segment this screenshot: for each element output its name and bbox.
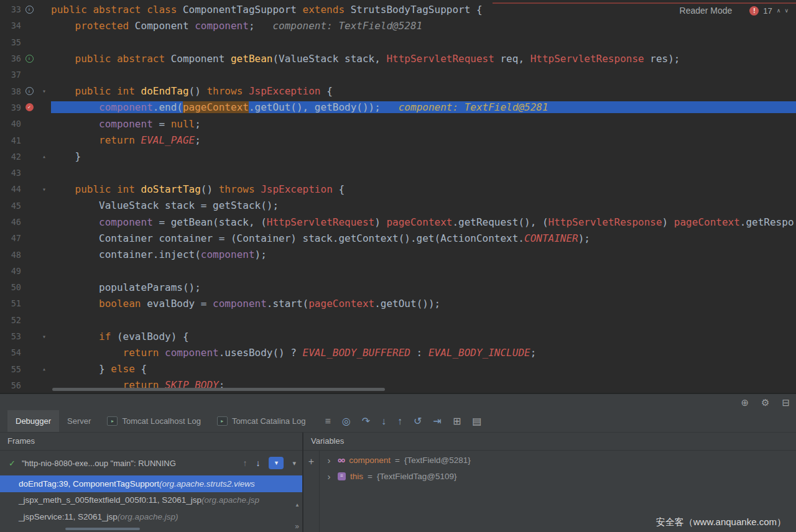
hide-panel-icon[interactable]: ⊟ bbox=[782, 398, 790, 407]
run-to-cursor-icon[interactable]: ⇥ bbox=[433, 416, 442, 426]
code-line[interactable]: 48 container.inject(component); bbox=[0, 246, 796, 262]
token: () bbox=[201, 183, 219, 195]
code-line[interactable]: 38↓▾ public int doEndTag() throws JspExc… bbox=[0, 83, 796, 99]
code-line[interactable]: 40 component = null; bbox=[0, 116, 796, 132]
code-line[interactable]: 36↓ public abstract Component getBean(Va… bbox=[0, 50, 796, 66]
hide-frames-filter-icon[interactable]: ▼ bbox=[269, 457, 284, 469]
code-line[interactable]: 53▾ if (evalBody) { bbox=[0, 328, 796, 344]
show-execution-point-icon[interactable]: ◎ bbox=[342, 416, 351, 426]
restore-layout-icon[interactable]: ≡ bbox=[325, 416, 330, 426]
code-text[interactable]: return EVAL_PAGE; bbox=[51, 134, 796, 146]
code-line[interactable]: 54 return component.usesBody() ? EVAL_BO… bbox=[0, 344, 796, 360]
thread-selector[interactable]: ✓ "http-nio-8080-exe...oup "main": RUNNI… bbox=[0, 451, 302, 475]
line-number: 33 bbox=[0, 4, 21, 14]
code-text[interactable]: public abstract Component getBean(ValueS… bbox=[51, 53, 796, 65]
code-text[interactable]: Container container = (Container) stack.… bbox=[51, 232, 796, 244]
code-text[interactable]: } bbox=[51, 150, 796, 162]
code-text[interactable]: component.end(pageContext.getOut(), getB… bbox=[51, 101, 796, 113]
previous-frame-icon[interactable]: ↑ bbox=[243, 458, 247, 468]
fold-marker-icon[interactable]: ▾ bbox=[37, 186, 51, 193]
error-widget[interactable]: ! 17 ∧ ∨ bbox=[749, 6, 789, 16]
code-line[interactable]: 49 bbox=[0, 263, 796, 279]
code-text[interactable]: public int doEndTag() throws JspExceptio… bbox=[51, 85, 796, 97]
overridden-marker-icon[interactable]: ↓ bbox=[25, 6, 34, 14]
expand-chevron-icon[interactable]: › bbox=[325, 456, 333, 465]
next-frame-icon[interactable]: ↓ bbox=[256, 458, 260, 468]
step-into-icon[interactable]: ↓ bbox=[381, 416, 386, 426]
code-text[interactable]: boolean evalBody = component.start(pageC… bbox=[51, 298, 796, 310]
settings-gear-icon[interactable]: ⚙ bbox=[761, 398, 769, 407]
expand-chevron-icon[interactable]: › bbox=[325, 472, 333, 481]
tab-tomcat-catalina-log[interactable]: ▸Tomcat Catalina Log bbox=[209, 410, 314, 432]
line-number: 47 bbox=[0, 233, 21, 243]
code-text[interactable]: ValueStack stack = getStack(); bbox=[51, 200, 796, 211]
step-out-icon[interactable]: ↑ bbox=[397, 416, 402, 426]
error-nav[interactable]: ∧ ∨ bbox=[777, 7, 789, 14]
code-line[interactable]: 46 component = getBean(stack, (HttpServl… bbox=[0, 214, 796, 230]
token: .start( bbox=[267, 298, 308, 310]
code-line[interactable]: 39✓ component.end(pageContext.getOut(), … bbox=[0, 99, 796, 116]
variable-row[interactable]: ›≡this = {TextFieldTag@5109} bbox=[320, 468, 796, 484]
frame-row[interactable]: _jspx_meth_s_005ftextfield_005f0:11, S20… bbox=[0, 492, 302, 509]
code-text[interactable]: protected Component component; component… bbox=[51, 20, 796, 32]
screencast-icon[interactable]: ⊕ bbox=[741, 398, 749, 407]
fold-marker-icon[interactable]: ▾ bbox=[37, 88, 51, 94]
add-watch-button[interactable]: + bbox=[308, 457, 314, 467]
variable-name[interactable]: component bbox=[349, 456, 391, 465]
reader-mode-button[interactable]: Reader Mode bbox=[680, 6, 733, 16]
code-text[interactable]: public int doStartTag() throws JspExcept… bbox=[51, 183, 796, 195]
editor-horizontal-scrollbar[interactable] bbox=[52, 388, 385, 391]
layout-settings-icon[interactable]: ▤ bbox=[472, 416, 481, 426]
step-over-icon[interactable]: ↷ bbox=[362, 416, 370, 426]
code-text[interactable]: if (evalBody) { bbox=[51, 331, 796, 342]
code-text[interactable]: } else { bbox=[51, 363, 796, 375]
variable-value: {TextFieldTag@5109} bbox=[377, 472, 457, 481]
chevron-up-icon[interactable]: ∧ bbox=[777, 7, 781, 14]
tab-debugger[interactable]: Debugger bbox=[7, 410, 59, 432]
fold-marker-icon[interactable]: ▴ bbox=[37, 365, 51, 372]
fold-marker-icon[interactable]: ▴ bbox=[37, 153, 51, 160]
fold-marker-icon[interactable]: ▾ bbox=[37, 333, 51, 340]
code-text[interactable]: component = getBean(stack, (HttpServletR… bbox=[51, 216, 796, 228]
code-editor[interactable]: 33↓public abstract class ComponentTagSup… bbox=[0, 0, 796, 393]
code-line[interactable]: 55▴ } else { bbox=[0, 361, 796, 377]
code-line[interactable]: 45 ValueStack stack = getStack(); bbox=[0, 198, 796, 214]
code-line[interactable]: 33↓public abstract class ComponentTagSup… bbox=[0, 1, 796, 17]
code-line[interactable]: 42▴ } bbox=[0, 149, 796, 165]
code-line[interactable]: 50 populateParams(); bbox=[0, 279, 796, 295]
thread-dropdown-chevron-icon[interactable]: ▾ bbox=[292, 459, 296, 467]
code-text[interactable]: component = null; bbox=[51, 118, 796, 130]
frames-scroll-up-icon[interactable]: ▲ bbox=[295, 502, 300, 508]
thread-label[interactable]: "http-nio-8080-exe...oup "main": RUNNING bbox=[22, 459, 237, 468]
frame-row[interactable]: _jspService:11, S2061_jsp (org.apache.js… bbox=[0, 508, 302, 525]
breakpoint-icon[interactable]: ✓ bbox=[25, 103, 34, 111]
frames-horizontal-scrollbar[interactable] bbox=[65, 528, 140, 530]
code-line[interactable]: 52 bbox=[0, 312, 796, 328]
code-line[interactable]: 47 Container container = (Container) sta… bbox=[0, 230, 796, 246]
code-line[interactable]: 34 protected Component component; compon… bbox=[0, 17, 796, 34]
drop-frame-icon[interactable]: ↺ bbox=[414, 416, 422, 426]
variable-row[interactable]: ›oocomponent = {TextField@5281} bbox=[320, 452, 796, 468]
tab-server[interactable]: Server bbox=[59, 410, 99, 432]
frame-row[interactable]: doEndTag:39, ComponentTagSupport (org.ap… bbox=[0, 475, 302, 492]
code-line[interactable]: 44▾ public int doStartTag() throws JspEx… bbox=[0, 181, 796, 197]
evaluate-expression-icon[interactable]: ⊞ bbox=[453, 416, 461, 426]
variable-name[interactable]: this bbox=[350, 472, 363, 481]
overridden-marker-icon[interactable]: ↓ bbox=[25, 87, 34, 95]
tab-tomcat-localhost-log[interactable]: ▸Tomcat Localhost Log bbox=[99, 410, 208, 432]
code-line[interactable]: 35 bbox=[0, 34, 796, 50]
gutter-slot: ↓ bbox=[21, 87, 37, 95]
code-text[interactable]: return component.usesBody() ? EVAL_BODY_… bbox=[51, 347, 796, 359]
code-line[interactable]: 43 bbox=[0, 165, 796, 181]
tab-label: Tomcat Localhost Log bbox=[122, 416, 200, 426]
token: return bbox=[51, 347, 165, 359]
code-text[interactable]: container.inject(component); bbox=[51, 249, 796, 260]
chevron-down-icon[interactable]: ∨ bbox=[784, 7, 789, 14]
implemented-marker-icon[interactable]: ↓ bbox=[25, 55, 34, 63]
token: EVAL_BODY_BUFFERED bbox=[303, 347, 410, 359]
code-line[interactable]: 41 return EVAL_PAGE; bbox=[0, 132, 796, 148]
code-text[interactable]: populateParams(); bbox=[51, 282, 796, 293]
frames-expand-icon[interactable]: » bbox=[295, 522, 299, 531]
code-line[interactable]: 37 bbox=[0, 66, 796, 83]
code-line[interactable]: 51 boolean evalBody = component.start(pa… bbox=[0, 295, 796, 311]
